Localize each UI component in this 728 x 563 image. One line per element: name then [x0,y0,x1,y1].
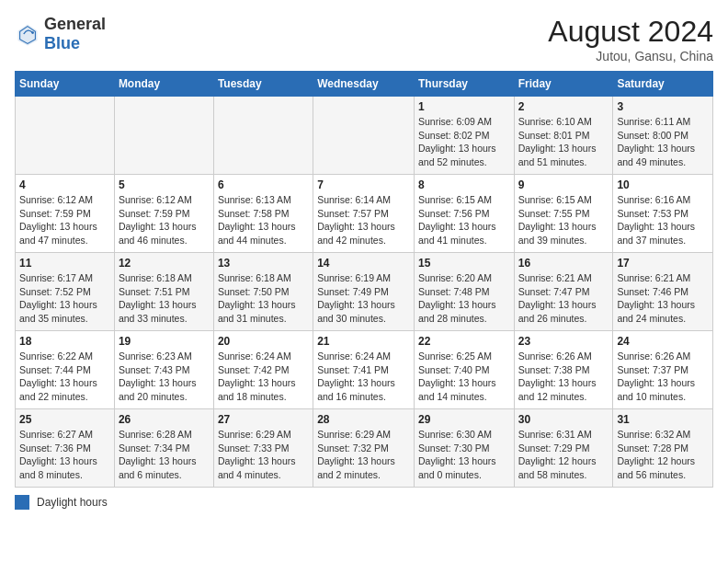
day-info: Sunrise: 6:16 AM Sunset: 7:53 PM Dayligh… [617,193,709,247]
calendar-cell: 17Sunrise: 6:21 AM Sunset: 7:46 PM Dayli… [613,253,713,331]
day-number: 8 [418,178,510,191]
logo-general: General [44,15,106,33]
day-number: 12 [119,257,210,270]
day-number: 19 [119,335,210,348]
day-number: 17 [617,257,709,270]
calendar-cell: 15Sunrise: 6:20 AM Sunset: 7:48 PM Dayli… [414,253,514,331]
calendar-cell: 10Sunrise: 6:16 AM Sunset: 7:53 PM Dayli… [613,175,713,253]
calendar-cell: 14Sunrise: 6:19 AM Sunset: 7:49 PM Dayli… [313,253,415,331]
calendar-cell: 20Sunrise: 6:24 AM Sunset: 7:42 PM Dayli… [213,331,313,409]
day-info: Sunrise: 6:14 AM Sunset: 7:57 PM Dayligh… [317,193,410,247]
legend: Daylight hours [15,495,713,510]
calendar-cell: 12Sunrise: 6:18 AM Sunset: 7:51 PM Dayli… [114,253,213,331]
calendar-cell: 18Sunrise: 6:22 AM Sunset: 7:44 PM Dayli… [16,331,115,409]
header-day-wednesday: Wednesday [313,72,415,97]
calendar-cell: 30Sunrise: 6:31 AM Sunset: 7:29 PM Dayli… [514,409,613,488]
calendar-cell: 22Sunrise: 6:25 AM Sunset: 7:40 PM Dayli… [414,331,514,409]
calendar-header: SundayMondayTuesdayWednesdayThursdayFrid… [16,72,713,97]
day-info: Sunrise: 6:15 AM Sunset: 7:56 PM Dayligh… [418,193,510,247]
day-info: Sunrise: 6:22 AM Sunset: 7:44 PM Dayligh… [19,350,110,404]
calendar-cell: 24Sunrise: 6:26 AM Sunset: 7:37 PM Dayli… [613,331,713,409]
day-info: Sunrise: 6:11 AM Sunset: 8:00 PM Dayligh… [617,115,709,169]
calendar-cell: 16Sunrise: 6:21 AM Sunset: 7:47 PM Dayli… [514,253,613,331]
svg-point-2 [31,31,34,34]
day-info: Sunrise: 6:26 AM Sunset: 7:38 PM Dayligh… [518,350,609,404]
calendar-cell [114,97,213,175]
day-number: 15 [418,257,510,270]
title-block: August 2024 Jutou, Gansu, China [548,15,713,63]
day-info: Sunrise: 6:18 AM Sunset: 7:50 PM Dayligh… [218,271,309,326]
day-info: Sunrise: 6:12 AM Sunset: 7:59 PM Dayligh… [119,193,210,247]
day-info: Sunrise: 6:12 AM Sunset: 7:59 PM Dayligh… [19,193,110,247]
calendar-cell: 7Sunrise: 6:14 AM Sunset: 7:57 PM Daylig… [313,175,415,253]
day-number: 5 [119,178,210,191]
day-number: 11 [19,257,110,270]
day-info: Sunrise: 6:13 AM Sunset: 7:58 PM Dayligh… [218,193,309,247]
day-info: Sunrise: 6:21 AM Sunset: 7:47 PM Dayligh… [518,271,609,326]
day-number: 30 [518,413,609,426]
day-info: Sunrise: 6:29 AM Sunset: 7:32 PM Dayligh… [317,428,410,482]
week-row-4: 18Sunrise: 6:22 AM Sunset: 7:44 PM Dayli… [16,331,713,409]
day-number: 23 [518,335,609,348]
calendar-cell: 11Sunrise: 6:17 AM Sunset: 7:52 PM Dayli… [16,253,115,331]
day-number: 2 [518,100,609,113]
day-info: Sunrise: 6:19 AM Sunset: 7:49 PM Dayligh… [317,271,410,326]
header-day-saturday: Saturday [613,72,713,97]
day-number: 27 [218,413,309,426]
day-info: Sunrise: 6:28 AM Sunset: 7:34 PM Dayligh… [119,428,210,482]
svg-marker-0 [18,25,38,46]
calendar-cell: 2Sunrise: 6:10 AM Sunset: 8:01 PM Daylig… [514,97,613,175]
page-header: General Blue August 2024 Jutou, Gansu, C… [15,15,713,63]
day-info: Sunrise: 6:17 AM Sunset: 7:52 PM Dayligh… [19,271,110,326]
day-info: Sunrise: 6:23 AM Sunset: 7:43 PM Dayligh… [119,350,210,404]
day-number: 18 [19,335,110,348]
day-number: 31 [617,413,709,426]
month-year: August 2024 [548,15,713,49]
calendar-cell: 23Sunrise: 6:26 AM Sunset: 7:38 PM Dayli… [514,331,613,409]
day-info: Sunrise: 6:32 AM Sunset: 7:28 PM Dayligh… [617,428,709,482]
day-info: Sunrise: 6:29 AM Sunset: 7:33 PM Dayligh… [218,428,309,482]
calendar-cell [313,97,415,175]
day-info: Sunrise: 6:09 AM Sunset: 8:02 PM Dayligh… [418,115,510,169]
calendar-cell: 19Sunrise: 6:23 AM Sunset: 7:43 PM Dayli… [114,331,213,409]
week-row-5: 25Sunrise: 6:27 AM Sunset: 7:36 PM Dayli… [16,409,713,488]
calendar-table: SundayMondayTuesdayWednesdayThursdayFrid… [15,71,713,488]
logo: General Blue [15,15,106,53]
header-day-sunday: Sunday [16,72,115,97]
day-info: Sunrise: 6:15 AM Sunset: 7:55 PM Dayligh… [518,193,609,247]
day-info: Sunrise: 6:24 AM Sunset: 7:42 PM Dayligh… [218,350,309,404]
header-day-tuesday: Tuesday [213,72,313,97]
day-number: 25 [19,413,110,426]
day-number: 6 [218,178,309,191]
calendar-cell: 13Sunrise: 6:18 AM Sunset: 7:50 PM Dayli… [213,253,313,331]
calendar-cell: 8Sunrise: 6:15 AM Sunset: 7:56 PM Daylig… [414,175,514,253]
day-info: Sunrise: 6:20 AM Sunset: 7:48 PM Dayligh… [418,271,510,326]
day-number: 21 [317,335,410,348]
calendar-cell: 27Sunrise: 6:29 AM Sunset: 7:33 PM Dayli… [213,409,313,488]
day-info: Sunrise: 6:21 AM Sunset: 7:46 PM Dayligh… [617,271,709,326]
calendar-cell: 4Sunrise: 6:12 AM Sunset: 7:59 PM Daylig… [16,175,115,253]
day-info: Sunrise: 6:26 AM Sunset: 7:37 PM Dayligh… [617,350,709,404]
calendar-cell: 25Sunrise: 6:27 AM Sunset: 7:36 PM Dayli… [16,409,115,488]
day-number: 20 [218,335,309,348]
day-info: Sunrise: 6:30 AM Sunset: 7:30 PM Dayligh… [418,428,510,482]
logo-text: General Blue [44,15,106,53]
calendar-cell: 5Sunrise: 6:12 AM Sunset: 7:59 PM Daylig… [114,175,213,253]
calendar-body: 1Sunrise: 6:09 AM Sunset: 8:02 PM Daylig… [16,97,713,488]
calendar-cell: 21Sunrise: 6:24 AM Sunset: 7:41 PM Dayli… [313,331,415,409]
day-number: 13 [218,257,309,270]
header-row: SundayMondayTuesdayWednesdayThursdayFrid… [16,72,713,97]
day-number: 7 [317,178,410,191]
legend-box [15,495,29,510]
day-number: 1 [418,100,510,113]
logo-icon [15,21,40,47]
day-info: Sunrise: 6:31 AM Sunset: 7:29 PM Dayligh… [518,428,609,482]
day-number: 3 [617,100,709,113]
day-number: 16 [518,257,609,270]
calendar-cell: 29Sunrise: 6:30 AM Sunset: 7:30 PM Dayli… [414,409,514,488]
calendar-cell: 28Sunrise: 6:29 AM Sunset: 7:32 PM Dayli… [313,409,415,488]
calendar-cell [16,97,115,175]
day-number: 14 [317,257,410,270]
day-number: 22 [418,335,510,348]
day-info: Sunrise: 6:24 AM Sunset: 7:41 PM Dayligh… [317,350,410,404]
